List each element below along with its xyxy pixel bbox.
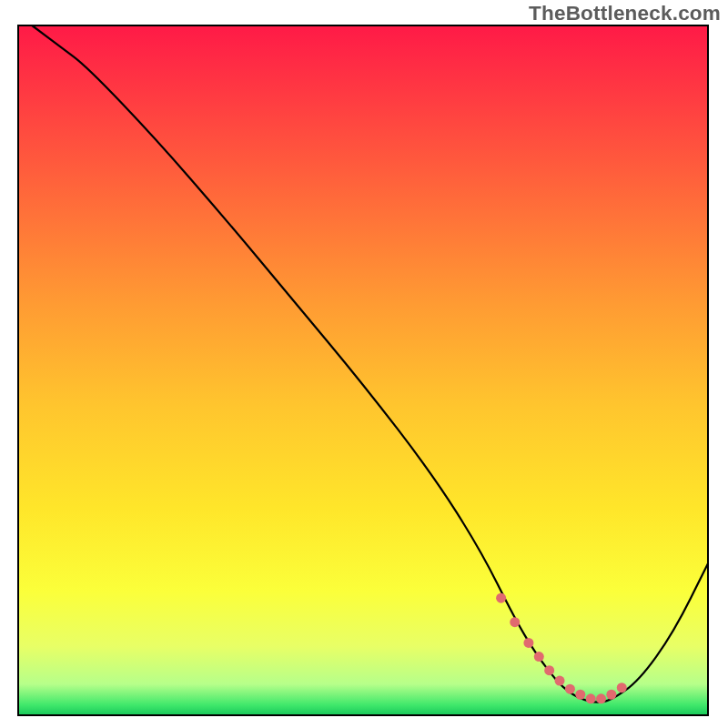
bottleneck-chart [0, 0, 728, 728]
optimal-dot [544, 665, 554, 675]
optimal-dot [586, 693, 596, 703]
optimal-dot [565, 684, 575, 694]
optimal-dot [510, 617, 520, 627]
optimal-dot [617, 682, 627, 693]
optimal-dot [575, 690, 585, 700]
optimal-dot [606, 690, 616, 700]
gradient-background [18, 25, 708, 715]
optimal-dot [555, 676, 565, 686]
optimal-dot [596, 693, 606, 703]
watermark-text: TheBottleneck.com [529, 2, 721, 25]
chart-stage: TheBottleneck.com [0, 0, 728, 728]
optimal-dot [534, 652, 544, 662]
optimal-dot [523, 638, 533, 648]
optimal-dot [496, 593, 506, 603]
